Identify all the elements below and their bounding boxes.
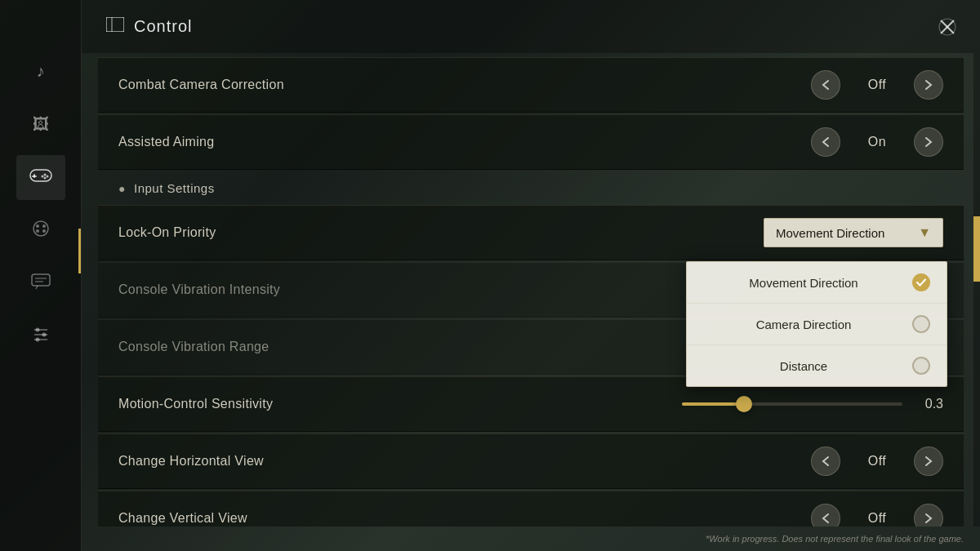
option-distance-label: Distance bbox=[703, 359, 904, 373]
header: Control bbox=[82, 0, 980, 53]
footer: *Work in progress. Does not represent th… bbox=[82, 527, 980, 551]
horizontal-view-label: Change Horizontal View bbox=[118, 454, 811, 469]
combat-camera-value: Off bbox=[853, 78, 902, 92]
option-camera-check bbox=[912, 315, 930, 333]
slider-fill bbox=[682, 402, 744, 406]
motion-control-label: Motion-Control Sensitivity bbox=[118, 397, 682, 411]
assisted-aiming-label: Assisted Aiming bbox=[118, 135, 811, 149]
vertical-view-value: Off bbox=[853, 511, 902, 526]
dropdown-menu: Movement Direction Camera Direction Dist… bbox=[686, 261, 947, 387]
combat-camera-left[interactable] bbox=[811, 70, 840, 100]
svg-point-4 bbox=[46, 176, 48, 178]
svg-point-20 bbox=[35, 338, 39, 342]
main-content: Combat Camera Correction Off Assisted Ai… bbox=[82, 53, 980, 527]
svg-point-18 bbox=[35, 328, 39, 332]
vertical-view-label: Change Vertical View bbox=[118, 511, 811, 526]
display-icon: 🖼 bbox=[33, 115, 49, 134]
dropdown-selected-value: Movement Direction bbox=[776, 226, 910, 240]
svg-point-3 bbox=[43, 174, 46, 176]
svg-point-7 bbox=[33, 221, 48, 236]
svg-point-9 bbox=[42, 224, 46, 228]
assisted-aiming-value: On bbox=[853, 135, 902, 149]
combat-camera-label: Combat Camera Correction bbox=[118, 78, 811, 92]
sidebar-item-tools[interactable] bbox=[16, 314, 65, 359]
vertical-left[interactable] bbox=[811, 504, 840, 527]
motion-control-value: 0.3 bbox=[915, 397, 943, 411]
page-title: Control bbox=[134, 17, 192, 36]
svg-rect-21 bbox=[106, 17, 124, 32]
gamepad-icon bbox=[29, 220, 52, 242]
svg-rect-12 bbox=[32, 274, 50, 286]
svg-point-19 bbox=[42, 333, 46, 337]
option-movement-direction[interactable]: Movement Direction bbox=[687, 262, 947, 304]
scrollbar[interactable] bbox=[973, 53, 980, 527]
combat-camera-row: Combat Camera Correction Off bbox=[98, 57, 964, 113]
input-settings-label: Input Settings bbox=[134, 181, 215, 195]
svg-point-10 bbox=[36, 229, 39, 233]
sidebar-active-indicator bbox=[78, 229, 81, 273]
svg-rect-2 bbox=[32, 176, 37, 177]
vertical-view-row: Change Vertical View Off bbox=[98, 491, 964, 527]
scrollbar-thumb[interactable] bbox=[973, 216, 980, 282]
assisted-aiming-control: On bbox=[811, 127, 943, 157]
assisted-aiming-left[interactable] bbox=[811, 127, 840, 157]
footer-text: *Work in progress. Does not represent th… bbox=[706, 534, 964, 544]
assisted-aiming-right[interactable] bbox=[914, 127, 943, 157]
combat-camera-right[interactable] bbox=[914, 70, 943, 100]
option-movement-check bbox=[912, 273, 930, 291]
option-camera-direction[interactable]: Camera Direction bbox=[687, 304, 947, 345]
horizontal-left[interactable] bbox=[811, 447, 840, 476]
svg-point-5 bbox=[41, 176, 43, 178]
option-movement-label: Movement Direction bbox=[703, 276, 904, 290]
horizontal-view-control: Off bbox=[811, 447, 943, 476]
horizontal-right[interactable] bbox=[914, 447, 943, 476]
sidebar-item-gamepad[interactable] bbox=[16, 208, 65, 253]
option-camera-label: Camera Direction bbox=[703, 318, 904, 331]
lock-on-dropdown[interactable]: Movement Direction ▼ bbox=[764, 218, 943, 247]
sidebar-item-chat[interactable] bbox=[16, 261, 65, 306]
sidebar-item-display[interactable]: 🖼 bbox=[16, 102, 65, 147]
horizontal-view-row: Change Horizontal View Off bbox=[98, 433, 964, 489]
chat-icon bbox=[31, 273, 51, 295]
horizontal-view-value: Off bbox=[853, 454, 902, 469]
input-settings-icon: ● bbox=[118, 182, 126, 195]
close-button[interactable] bbox=[931, 11, 964, 43]
dropdown-arrow-icon: ▼ bbox=[918, 225, 931, 240]
controller-icon bbox=[29, 167, 52, 189]
lock-on-priority-row: Lock-On Priority Movement Direction ▼ Mo… bbox=[98, 205, 964, 260]
music-icon: ♪ bbox=[37, 62, 45, 81]
sidebar-item-controller[interactable] bbox=[16, 155, 65, 200]
slider-track[interactable] bbox=[682, 402, 902, 406]
header-icon bbox=[106, 17, 124, 36]
slider-thumb[interactable] bbox=[736, 396, 752, 412]
tools-icon bbox=[31, 325, 51, 349]
sidebar: ♪ 🖼 bbox=[0, 0, 82, 551]
option-distance-check bbox=[912, 357, 930, 375]
svg-point-11 bbox=[42, 229, 46, 233]
vertical-right[interactable] bbox=[914, 504, 943, 527]
assisted-aiming-row: Assisted Aiming On bbox=[98, 114, 964, 170]
motion-control-slider-container: 0.3 bbox=[682, 397, 943, 411]
svg-point-6 bbox=[43, 177, 46, 180]
input-settings-header: ● Input Settings bbox=[98, 171, 964, 205]
combat-camera-control: Off bbox=[811, 70, 943, 100]
option-distance[interactable]: Distance bbox=[687, 345, 947, 386]
lock-on-priority-label: Lock-On Priority bbox=[118, 225, 764, 240]
svg-point-8 bbox=[36, 224, 39, 228]
vertical-view-control: Off bbox=[811, 504, 943, 527]
sidebar-item-music[interactable]: ♪ bbox=[16, 49, 65, 94]
